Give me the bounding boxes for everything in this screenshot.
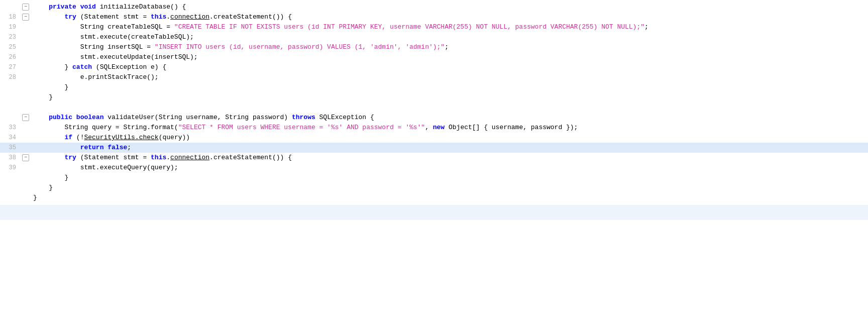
indent	[33, 23, 80, 31]
line-number: 25	[0, 42, 21, 52]
code-line: − public boolean validateUser(String use…	[0, 113, 868, 123]
line-number	[0, 113, 21, 123]
line-number	[0, 2, 21, 12]
line-number	[0, 173, 21, 183]
gutter-icon[interactable]: −	[21, 12, 31, 22]
token-normal: String query = String.format(	[64, 124, 178, 131]
gutter-icon	[21, 62, 31, 72]
code-content: − private void initializeDatabase() {18−…	[0, 0, 868, 205]
gutter-icon	[21, 102, 31, 113]
line-code-content: String query = String.format("SELECT * F…	[31, 123, 868, 133]
indent	[33, 53, 80, 61]
line-number: 33	[0, 123, 21, 133]
code-line: 33 String query = String.format("SELECT …	[0, 123, 868, 133]
token-str: "INSERT INTO users (id, username, passwo…	[155, 43, 445, 51]
line-code-content: String createTableSQL = "CREATE TABLE IF…	[31, 22, 868, 32]
line-number	[0, 92, 21, 102]
token-normal: stmt.execute(createTableSQL);	[80, 33, 194, 41]
indent	[33, 83, 64, 91]
token-normal: .createStatement()) {	[209, 154, 292, 161]
line-code-content: try (Statement stmt = this.connection.cr…	[31, 153, 868, 163]
line-code-content: }	[31, 82, 868, 92]
token-kw: catch	[72, 63, 92, 71]
collapse-icon[interactable]: −	[22, 14, 29, 21]
line-number: 23	[0, 32, 21, 42]
token-normal: .	[166, 154, 170, 161]
collapse-icon[interactable]: −	[22, 154, 29, 161]
token-normal: ,	[425, 124, 433, 131]
token-kw: throws	[292, 114, 315, 121]
line-code-content: }	[31, 173, 868, 183]
token-normal: .createStatement()) {	[209, 13, 292, 21]
gutter-icon	[21, 163, 31, 173]
indent	[33, 33, 80, 41]
token-normal: ;	[644, 23, 648, 31]
gutter-icon[interactable]: −	[21, 113, 31, 123]
token-normal: Object[] { username, password });	[445, 124, 578, 131]
gutter-icon	[21, 123, 31, 133]
indent	[33, 63, 64, 71]
token-kw: public	[49, 114, 72, 121]
code-line: 35 return false;	[0, 143, 868, 153]
token-normal: ;	[127, 144, 131, 151]
token-normal: stmt.executeQuery(query);	[80, 164, 178, 171]
token-kw: private	[49, 3, 76, 11]
line-number: 19	[0, 22, 21, 32]
line-code-content: }	[31, 92, 868, 102]
line-code-content: public boolean validateUser(String usern…	[31, 113, 868, 123]
line-number	[0, 82, 21, 92]
token-kw: try	[64, 13, 76, 21]
line-number: 26	[0, 52, 21, 62]
line-code-content	[31, 102, 868, 113]
token-normal: initializeDatabase() {	[96, 3, 186, 11]
indent	[33, 144, 80, 151]
gutter-icon	[21, 133, 31, 143]
line-number: 39	[0, 163, 21, 173]
token-normal: (Statement stmt =	[76, 154, 151, 161]
token-normal: }	[64, 174, 68, 181]
line-number	[0, 193, 21, 203]
token-normal: stmt.executeUpdate(insertSQL);	[80, 53, 198, 61]
line-number: 34	[0, 133, 21, 143]
token-normal: (query))	[159, 134, 190, 141]
line-number	[0, 102, 21, 113]
token-normal: }	[33, 194, 37, 201]
code-line: }	[0, 173, 868, 183]
token-normal: String createTableSQL =	[80, 23, 174, 31]
code-line: 25 String insertSQL = "INSERT INTO users…	[0, 42, 868, 52]
token-normal: String insertSQL =	[80, 43, 155, 51]
gutter-icon	[21, 143, 31, 153]
token-normal: validateUser(String username, String pas…	[103, 114, 291, 121]
indent	[33, 124, 64, 131]
code-line: 39 stmt.executeQuery(query);	[0, 163, 868, 173]
token-kw: new	[433, 124, 445, 131]
token-normal: (!	[72, 134, 84, 141]
token-normal: }	[49, 184, 53, 191]
collapse-icon[interactable]: −	[22, 114, 29, 121]
token-kw: return	[80, 144, 104, 151]
empty-space	[0, 220, 868, 323]
gutter-icon	[21, 52, 31, 62]
token-kw: void	[80, 3, 96, 11]
indent	[33, 73, 80, 81]
line-code-content: stmt.executeUpdate(insertSQL);	[31, 52, 868, 62]
line-code-content: e.printStackTrace();	[31, 72, 868, 82]
token-normal: }	[49, 93, 53, 101]
line-code-content: }	[31, 193, 868, 203]
indent	[33, 184, 49, 191]
gutter-icon[interactable]: −	[21, 2, 31, 12]
collapse-icon[interactable]: −	[22, 4, 29, 11]
indent	[33, 13, 64, 21]
indent	[33, 43, 80, 51]
token-str: "SELECT * FROM users WHERE username = '%…	[178, 124, 425, 131]
token-kw: if	[64, 134, 72, 141]
token-normal: (Statement stmt =	[76, 13, 151, 21]
gutter-icon[interactable]: −	[21, 153, 31, 163]
token-normal: e.printStackTrace();	[80, 73, 159, 81]
indent	[33, 164, 80, 171]
code-editor: − private void initializeDatabase() {18−…	[0, 0, 868, 323]
token-normal	[72, 114, 76, 121]
code-line: 34 if (!SecurityUtils.check(query))	[0, 133, 868, 143]
code-line: }	[0, 193, 868, 203]
token-underline: connection	[170, 13, 209, 21]
